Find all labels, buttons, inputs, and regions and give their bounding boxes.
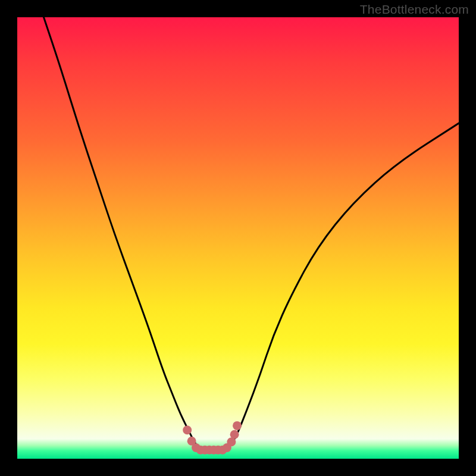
marker-dot: [233, 421, 242, 430]
chart-svg: [17, 17, 459, 459]
plot-area: [17, 17, 459, 459]
minimum-marker: [183, 421, 242, 455]
chart-frame: TheBottleneck.com: [0, 0, 476, 476]
watermark-text: TheBottleneck.com: [360, 2, 469, 17]
marker-dot: [230, 430, 239, 439]
bottleneck-curve: [44, 17, 459, 450]
marker-dot: [183, 425, 192, 434]
